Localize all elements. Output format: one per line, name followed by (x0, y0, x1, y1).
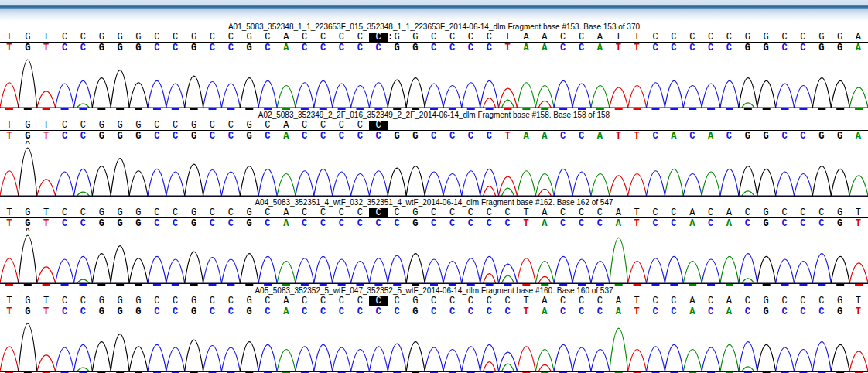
called-base[interactable]: A (277, 219, 296, 228)
called-base[interactable]: C (794, 307, 812, 317)
called-base[interactable]: C (166, 307, 185, 317)
chromatogram-trace[interactable] (0, 53, 868, 110)
reference-base[interactable]: C (702, 296, 720, 306)
called-base[interactable]: G (388, 43, 406, 53)
called-base[interactable]: C (258, 132, 277, 141)
reference-base[interactable]: G (19, 33, 37, 42)
called-base[interactable]: C (480, 43, 498, 53)
called-base[interactable]: G (757, 219, 775, 228)
called-base[interactable]: C (461, 307, 480, 317)
reference-base[interactable]: C (388, 296, 406, 306)
reference-base[interactable]: C (480, 208, 498, 217)
called-base[interactable]: C (258, 43, 277, 53)
reference-base[interactable]: G (406, 296, 425, 306)
reference-base[interactable]: A (609, 296, 627, 306)
called-base[interactable]: G (406, 307, 425, 317)
cursor-base[interactable]: C (369, 296, 388, 306)
reference-base[interactable]: C (148, 121, 166, 130)
reference-base[interactable]: T (517, 296, 535, 306)
reference-base[interactable]: C (794, 296, 812, 306)
reference-base[interactable]: C (332, 208, 350, 217)
called-base[interactable]: G (185, 307, 203, 317)
reference-base[interactable]: T (0, 33, 19, 42)
reference-base[interactable]: G (92, 296, 111, 306)
reference-base[interactable]: G (185, 33, 203, 42)
called-base[interactable]: G (240, 132, 258, 141)
reference-base[interactable]: G (185, 208, 203, 217)
reference-base[interactable]: C (203, 121, 221, 130)
reference-base[interactable]: C (554, 296, 572, 306)
reference-base[interactable]: G (240, 33, 258, 42)
called-base[interactable]: G (757, 132, 775, 141)
called-base[interactable]: C (461, 132, 480, 141)
called-base[interactable]: C (646, 219, 665, 228)
called-base[interactable]: C (56, 307, 74, 317)
called-base[interactable]: C (665, 43, 683, 53)
called-base[interactable]: G (240, 219, 258, 228)
reference-base[interactable]: G (757, 296, 775, 306)
reference-base[interactable]: T (498, 33, 517, 42)
called-base[interactable]: A (609, 219, 627, 228)
reference-base[interactable]: C (572, 296, 591, 306)
reference-base[interactable]: T (0, 296, 19, 306)
reference-base[interactable]: C (461, 208, 480, 217)
chromatogram-trace[interactable]: ^ (0, 228, 868, 286)
reference-base[interactable]: G (19, 121, 37, 130)
reference-base[interactable]: G (129, 296, 148, 306)
reference-base[interactable]: T (627, 296, 646, 306)
called-base[interactable]: C (683, 43, 702, 53)
reference-base[interactable]: G (129, 121, 148, 130)
called-base[interactable]: C (480, 219, 498, 228)
reference-base[interactable]: A (535, 296, 554, 306)
called-base[interactable]: T (37, 132, 56, 141)
called-base[interactable]: G (111, 132, 129, 141)
reference-base[interactable]: G (185, 121, 203, 130)
reference-base[interactable]: C (388, 208, 406, 217)
called-base[interactable]: A (535, 307, 554, 317)
reference-base[interactable]: G (831, 208, 849, 217)
called-base[interactable]: C (812, 307, 831, 317)
called-base[interactable]: C (221, 132, 240, 141)
called-base[interactable]: T (37, 307, 56, 317)
called-base[interactable]: A (591, 132, 610, 141)
called-base[interactable]: G (92, 219, 111, 228)
reference-base[interactable]: C (665, 296, 683, 306)
reference-base[interactable]: T (849, 208, 868, 217)
reference-base[interactable]: G (92, 208, 111, 217)
called-base[interactable]: C (296, 43, 314, 53)
called-base[interactable]: C (572, 43, 591, 53)
called-base[interactable]: C (332, 43, 350, 53)
reference-base[interactable]: G (738, 33, 757, 42)
called-base[interactable]: A (683, 307, 702, 317)
called-base[interactable]: T (849, 219, 868, 228)
called-base[interactable]: C (73, 132, 92, 141)
reference-base[interactable]: A (277, 296, 296, 306)
called-base[interactable]: T (37, 43, 56, 53)
called-base[interactable]: G (19, 219, 37, 228)
reference-base[interactable]: G (92, 33, 111, 42)
called-base[interactable]: T (498, 43, 517, 53)
reference-base[interactable]: C (332, 121, 350, 130)
reference-base[interactable]: G (406, 33, 425, 42)
called-base[interactable]: T (627, 219, 646, 228)
called-base[interactable]: C (443, 307, 462, 317)
reference-base[interactable]: C (203, 33, 221, 42)
called-base[interactable]: C (572, 132, 591, 141)
reference-base[interactable]: C (56, 33, 74, 42)
called-base[interactable]: C (443, 43, 462, 53)
reference-base[interactable]: C (775, 296, 794, 306)
called-base[interactable]: C (461, 43, 480, 53)
reference-base[interactable]: C (443, 296, 462, 306)
reference-base[interactable]: C (480, 296, 498, 306)
reference-base[interactable]: T (517, 208, 535, 217)
called-base[interactable]: C (148, 43, 166, 53)
called-base[interactable]: G (92, 43, 111, 53)
called-base[interactable]: G (406, 132, 425, 141)
reference-base[interactable]: C (738, 296, 757, 306)
called-base[interactable]: C (296, 132, 314, 141)
reference-base[interactable]: C (812, 208, 831, 217)
reference-base[interactable]: G (129, 33, 148, 42)
reference-base[interactable]: A (591, 33, 610, 42)
called-base[interactable]: C (203, 43, 221, 53)
reference-base[interactable]: C (73, 33, 92, 42)
